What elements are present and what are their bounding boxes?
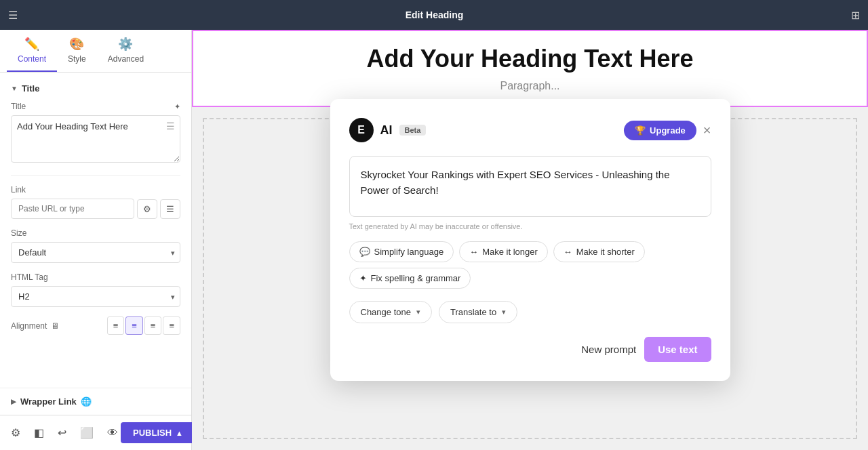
spelling-label: Fix spelling & grammar <box>371 273 461 283</box>
change-tone-label: Change tone <box>361 307 411 317</box>
style-tab-icon: 🎨 <box>69 37 84 52</box>
ai-disclaimer: Text generated by AI may be inaccurate o… <box>349 222 711 230</box>
size-label: Size <box>11 228 180 238</box>
publish-chevron-icon: ▲ <box>176 429 183 437</box>
title-label: Title ✦ <box>11 102 180 111</box>
translate-to-chevron: ▾ <box>502 308 506 316</box>
link-label: Link <box>11 185 180 195</box>
title-field: Title ✦ Add Your Heading Text Here ☰ <box>11 102 180 165</box>
align-left-btn[interactable]: ≡ <box>107 316 125 335</box>
beta-badge: Beta <box>399 125 427 136</box>
size-field: Size Default ▾ <box>11 228 180 263</box>
ai-label: AI <box>380 123 393 138</box>
wrapper-link-emoji: 🌐 <box>81 396 92 407</box>
upgrade-button[interactable]: 🏆 Upgrade <box>624 121 696 140</box>
change-tone-dropdown[interactable]: Change tone ▾ <box>349 301 432 323</box>
upgrade-label: Upgrade <box>650 125 686 136</box>
ai-logo: E <box>349 118 374 142</box>
tab-content[interactable]: ✏️ Content <box>7 30 57 72</box>
link-settings-btn[interactable]: ⚙ <box>137 199 157 219</box>
html-tag-label: HTML Tag <box>11 272 180 282</box>
alignment-device-icon: 🖥 <box>51 321 59 331</box>
make-shorter-btn[interactable]: ↔ Make it shorter <box>553 241 645 262</box>
close-modal-button[interactable]: × <box>703 123 711 137</box>
wrapper-link-label: Wrapper Link <box>20 396 77 407</box>
upgrade-icon: 🏆 <box>635 125 646 136</box>
tab-advanced-label: Advanced <box>108 54 144 64</box>
spelling-icon: ✦ <box>359 273 367 283</box>
simplify-icon: 💬 <box>359 247 370 257</box>
content-tab-icon: ✏️ <box>24 37 39 52</box>
tabs-bar: ✏️ Content 🎨 Style ⚙️ Advanced <box>0 30 191 73</box>
alignment-field: Alignment 🖥 ≡ ≡ ≡ ≡ <box>11 316 180 335</box>
responsive-toolbar-btn[interactable]: ⬜ <box>77 424 96 442</box>
new-prompt-button[interactable]: New prompt <box>581 344 636 355</box>
left-panel: ✏️ Content 🎨 Style ⚙️ Advanced ▼ Title <box>0 30 192 450</box>
title-textarea[interactable]: Add Your Heading Text Here <box>11 115 180 163</box>
ai-modal: E AI Beta 🏆 Upgrade × Skyrocket Your Ran… <box>330 99 730 381</box>
html-tag-field: HTML Tag H2 ▾ <box>11 272 180 307</box>
history-toolbar-btn[interactable]: ↩ <box>55 424 69 442</box>
align-right-btn[interactable]: ≡ <box>144 316 162 335</box>
wrapper-link-section[interactable]: ▶ Wrapper Link 🌐 <box>0 388 191 415</box>
simplify-label: Simplify language <box>374 247 444 257</box>
shorter-label: Make it shorter <box>576 247 635 257</box>
size-select[interactable]: Default <box>11 242 180 263</box>
alignment-label: Alignment 🖥 <box>11 321 102 331</box>
layers-toolbar-btn[interactable]: ◧ <box>31 424 47 442</box>
right-canvas: Add Your Heading Text Here Paragraph... … <box>192 30 868 450</box>
action-buttons-group: 💬 Simplify language ↔ Make it longer ↔ M… <box>349 241 711 289</box>
modal-footer: New prompt Use text <box>349 337 711 362</box>
bottom-toolbar: ⚙ ◧ ↩ ⬜ 👁 PUBLISH ▲ <box>0 415 191 450</box>
translate-to-label: Translate to <box>450 307 496 317</box>
modal-header-left: E AI Beta <box>349 118 427 142</box>
eye-toolbar-btn[interactable]: 👁 <box>104 424 121 442</box>
tab-advanced[interactable]: ⚙️ Advanced <box>97 30 155 72</box>
align-center-btn[interactable]: ≡ <box>125 316 143 335</box>
longer-icon: ↔ <box>469 247 478 257</box>
modal-header: E AI Beta 🏆 Upgrade × <box>349 118 711 142</box>
tab-style-label: Style <box>68 54 86 64</box>
toolbar-left: ⚙ ◧ ↩ ⬜ 👁 <box>8 424 121 442</box>
modal-header-right: 🏆 Upgrade × <box>624 121 711 140</box>
ai-generated-text-box: Skyrocket Your Rankings with Expert SEO … <box>349 156 711 217</box>
link-field: Link ⚙ ☰ <box>11 185 180 219</box>
grid-icon[interactable]: ⊞ <box>851 9 860 22</box>
translate-to-dropdown[interactable]: Translate to ▾ <box>439 301 517 323</box>
use-text-button[interactable]: Use text <box>644 337 711 362</box>
link-format-btn[interactable]: ☰ <box>160 199 180 219</box>
title-section-arrow: ▼ <box>11 85 18 92</box>
html-tag-select[interactable]: H2 <box>11 286 180 307</box>
hamburger-icon[interactable]: ☰ <box>8 9 18 22</box>
align-justify-btn[interactable]: ≡ <box>163 316 180 335</box>
ai-modal-overlay: E AI Beta 🏆 Upgrade × Skyrocket Your Ran… <box>192 30 868 450</box>
alignment-row: Alignment 🖥 ≡ ≡ ≡ ≡ <box>11 316 180 335</box>
html-tag-select-wrapper: H2 ▾ <box>11 286 180 307</box>
size-select-wrapper: Default ▾ <box>11 242 180 263</box>
title-section-header[interactable]: ▼ Title <box>11 83 180 94</box>
change-tone-chevron: ▾ <box>416 308 420 316</box>
make-longer-btn[interactable]: ↔ Make it longer <box>459 241 548 262</box>
advanced-tab-icon: ⚙️ <box>118 37 133 52</box>
settings-toolbar-btn[interactable]: ⚙ <box>8 424 23 442</box>
simplify-language-btn[interactable]: 💬 Simplify language <box>349 241 454 262</box>
alignment-buttons: ≡ ≡ ≡ ≡ <box>107 316 180 335</box>
shorter-icon: ↔ <box>564 247 572 257</box>
page-title: Edit Heading <box>406 9 464 20</box>
wrapper-link-arrow: ▶ <box>11 398 16 405</box>
divider-1 <box>11 175 180 176</box>
main-layout: ✏️ Content 🎨 Style ⚙️ Advanced ▼ Title <box>0 30 868 450</box>
publish-button[interactable]: PUBLISH ▲ <box>121 422 195 443</box>
panel-content: ▼ Title Title ✦ Add Your Heading Text He… <box>0 73 191 388</box>
title-field-icon[interactable]: ✦ <box>174 102 180 111</box>
tab-content-label: Content <box>18 54 46 64</box>
tab-style[interactable]: 🎨 Style <box>57 30 97 72</box>
longer-label: Make it longer <box>482 247 538 257</box>
dropdown-row: Change tone ▾ Translate to ▾ <box>349 301 711 323</box>
publish-label: PUBLISH <box>133 428 172 438</box>
top-bar: ☰ Edit Heading ⊞ <box>0 0 868 30</box>
fix-spelling-btn[interactable]: ✦ Fix spelling & grammar <box>349 268 471 289</box>
link-input[interactable] <box>11 199 134 219</box>
title-textarea-wrapper: Add Your Heading Text Here ☰ <box>11 115 180 165</box>
textarea-format-icon[interactable]: ☰ <box>166 121 175 131</box>
